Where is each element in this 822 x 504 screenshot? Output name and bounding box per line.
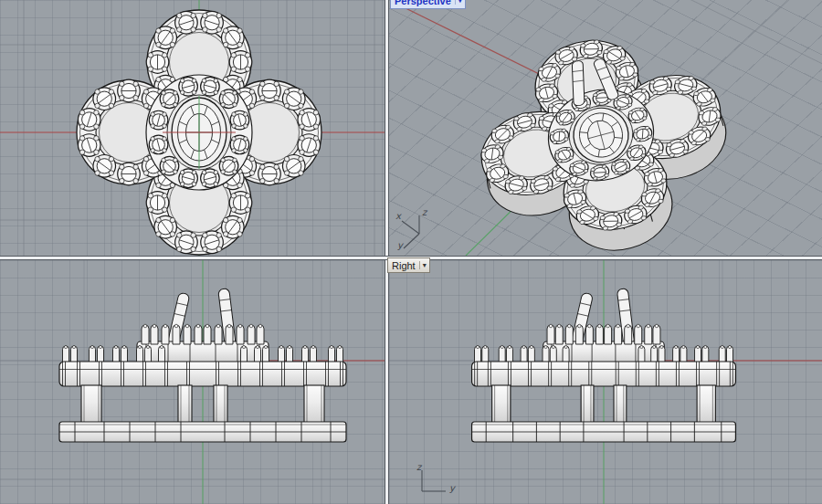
chevron-down-icon[interactable]: ▾ — [455, 0, 465, 5]
chevron-down-icon[interactable]: ▾ — [419, 261, 429, 269]
perspective-model-canvas[interactable] — [389, 0, 822, 256]
viewport-perspective-view[interactable]: x z y — [389, 0, 822, 256]
axis-label-x: x — [395, 211, 401, 221]
viewport-tab-label: Right — [388, 260, 419, 271]
top-view-model-canvas[interactable] — [0, 0, 385, 256]
right-view-model-canvas[interactable] — [389, 260, 822, 504]
viewport-tab-perspective[interactable]: Perspective ▾ — [390, 0, 466, 9]
viewport-splitter-vertical[interactable] — [385, 0, 389, 504]
viewport-top-view[interactable] — [0, 0, 385, 256]
cad-four-view-workspace: x z y z y Perspective ▾ Right ▾ — [0, 0, 822, 504]
viewport-front-view[interactable] — [0, 260, 385, 504]
axis-label-y: y — [449, 483, 455, 493]
axis-label-y: y — [397, 240, 403, 250]
front-view-model-canvas[interactable] — [0, 260, 385, 504]
axis-label-z: z — [416, 462, 421, 472]
viewport-right-view[interactable]: z y — [389, 260, 822, 504]
axis-label-z: z — [422, 207, 427, 217]
viewport-tab-right[interactable]: Right ▾ — [387, 257, 430, 273]
viewport-tab-label: Perspective — [391, 0, 455, 6]
